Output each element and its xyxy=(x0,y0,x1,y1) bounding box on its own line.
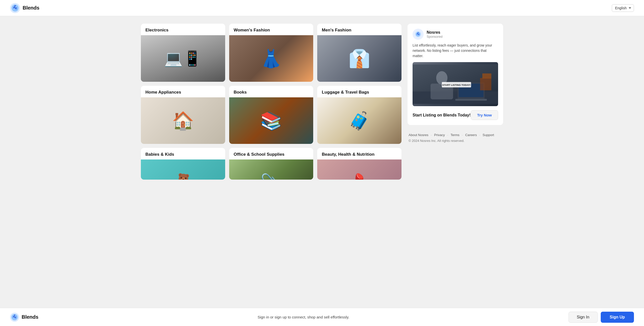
footer-links-row: About Nosres · Privacy · Terms · Careers… xyxy=(409,132,502,138)
ad-company-info: Nosres Sponsored xyxy=(427,30,442,38)
ad-sponsored-label: Sponsored xyxy=(427,35,442,38)
header-logo-text: Blends xyxy=(23,5,39,11)
try-now-button[interactable]: Try Now xyxy=(471,110,498,120)
footer-link-terms[interactable]: Terms xyxy=(451,133,459,137)
ad-cta-row: Start Listing on Blends Today! Try Now xyxy=(413,110,498,120)
ad-logo-icon xyxy=(413,29,424,40)
category-grid: Electronics Women's Fashion Men's Fashio… xyxy=(141,24,401,180)
category-image-electronics xyxy=(141,35,225,82)
category-title-babies-kids: Babies & Kids xyxy=(141,148,225,159)
main-content: Electronics Women's Fashion Men's Fashio… xyxy=(131,16,513,200)
category-card-womens-fashion[interactable]: Women's Fashion xyxy=(229,24,313,82)
category-image-mens-fashion xyxy=(317,35,401,82)
category-title-luggage: Luggage & Travel Bags xyxy=(317,86,401,97)
category-image-home-appliances xyxy=(141,97,225,144)
footer-link-support[interactable]: Support xyxy=(482,133,494,137)
footer-link-about[interactable]: About Nosres xyxy=(409,133,428,137)
category-image-beauty-health xyxy=(317,159,401,180)
category-card-babies-kids[interactable]: Babies & Kids xyxy=(141,148,225,180)
category-card-books[interactable]: Books xyxy=(229,86,313,144)
category-title-home-appliances: Home Appliances xyxy=(141,86,225,97)
ad-cta-text: Start Listing on Blends Today! xyxy=(413,113,471,117)
blends-logo-icon xyxy=(10,3,20,13)
svg-rect-14 xyxy=(482,73,491,78)
category-title-womens-fashion: Women's Fashion xyxy=(229,24,313,35)
ad-card: Nosres Sponsored List effortlessly, reac… xyxy=(408,24,503,125)
category-title-office-school: Office & School Supplies xyxy=(229,148,313,159)
header-logo[interactable]: Blends xyxy=(10,3,39,13)
footer-link-careers[interactable]: Careers xyxy=(465,133,477,137)
category-title-mens-fashion: Men's Fashion xyxy=(317,24,401,35)
category-title-books: Books xyxy=(229,86,313,97)
category-card-electronics[interactable]: Electronics xyxy=(141,24,225,82)
footer-copyright: © 2024 Nosres Inc. All rights reserved. xyxy=(409,139,502,143)
ad-company-name: Nosres xyxy=(427,30,442,35)
category-card-office-school[interactable]: Office & School Supplies xyxy=(229,148,313,180)
category-card-home-appliances[interactable]: Home Appliances xyxy=(141,86,225,144)
svg-rect-10 xyxy=(455,99,487,101)
category-title-electronics: Electronics xyxy=(141,24,225,35)
svg-point-2 xyxy=(14,5,16,7)
header: Blends English xyxy=(0,0,644,16)
svg-point-5 xyxy=(418,32,419,33)
category-image-babies-kids xyxy=(141,159,225,180)
svg-rect-13 xyxy=(480,78,491,90)
ad-description: List effortlessly, reach eager buyers, a… xyxy=(413,43,498,59)
category-card-beauty-health[interactable]: Beauty, Health & Nutrition xyxy=(317,148,401,180)
category-card-mens-fashion[interactable]: Men's Fashion xyxy=(317,24,401,82)
ad-header: Nosres Sponsored xyxy=(413,29,498,40)
category-image-womens-fashion xyxy=(229,35,313,82)
category-card-luggage[interactable]: Luggage & Travel Bags xyxy=(317,86,401,144)
category-title-beauty-health: Beauty, Health & Nutrition xyxy=(317,148,401,159)
category-image-luggage xyxy=(317,97,401,144)
ad-image: START LISTING TODAY! xyxy=(413,62,498,106)
footer-link-privacy[interactable]: Privacy xyxy=(434,133,445,137)
category-image-books xyxy=(229,97,313,144)
footer-links: About Nosres · Privacy · Terms · Careers… xyxy=(408,129,503,146)
category-image-office-school xyxy=(229,159,313,180)
svg-rect-7 xyxy=(413,92,498,104)
language-selector[interactable]: English xyxy=(612,4,634,12)
sidebar: Nosres Sponsored List effortlessly, reac… xyxy=(408,24,503,180)
svg-text:START LISTING TODAY!: START LISTING TODAY! xyxy=(442,84,471,86)
